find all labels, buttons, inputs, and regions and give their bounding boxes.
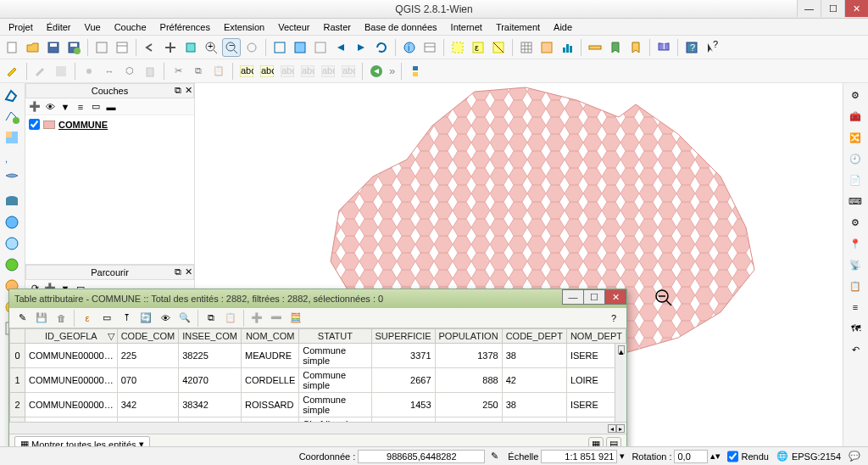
- unselect-icon[interactable]: ▭: [97, 309, 116, 328]
- attributes-icon[interactable]: [420, 38, 439, 57]
- zoom-in-icon[interactable]: +: [202, 38, 220, 57]
- crs-icon[interactable]: 🌐: [776, 450, 789, 463]
- composer-icon[interactable]: [113, 38, 131, 57]
- new-project-icon[interactable]: [3, 38, 22, 57]
- whatsthis-icon[interactable]: ?: [703, 38, 721, 57]
- layer-order-icon[interactable]: ≡: [846, 298, 865, 317]
- commander-icon[interactable]: ⌨: [846, 192, 865, 210]
- table-row[interactable]: 0 COMMUNE00000…22538225 MEAUDRECommune s…: [10, 344, 626, 368]
- menu-aide[interactable]: Aide: [550, 21, 576, 33]
- annotation-icon[interactable]: T: [654, 38, 673, 57]
- layer-item[interactable]: COMMUNE: [29, 119, 191, 130]
- new-column-icon[interactable]: ➕: [248, 309, 266, 328]
- bookmark-icon[interactable]: [606, 38, 625, 57]
- menu-extension[interactable]: Extension: [220, 21, 268, 33]
- render-checkbox[interactable]: [727, 450, 738, 463]
- open-project-icon[interactable]: [24, 38, 42, 57]
- refresh-icon[interactable]: [372, 38, 391, 57]
- epsg-label[interactable]: EPSG:2154: [792, 451, 841, 462]
- collapse-icon[interactable]: ▭: [89, 100, 103, 114]
- vector-layer-icon[interactable]: [3, 86, 21, 104]
- menu-projet[interactable]: Projet: [5, 21, 36, 33]
- wcs-icon[interactable]: [3, 234, 21, 253]
- paste-icon[interactable]: 📋: [209, 62, 228, 81]
- col-header[interactable]: CODE_COM: [117, 329, 179, 344]
- field-calc-icon[interactable]: [537, 38, 556, 57]
- bookmark-new-icon[interactable]: [626, 38, 645, 57]
- vertical-scrollbar[interactable]: ▴: [615, 344, 626, 422]
- field-calc2-icon[interactable]: 🧮: [287, 309, 305, 328]
- pencil-icon[interactable]: ✎: [13, 309, 31, 328]
- raster-layer-icon[interactable]: [3, 128, 21, 147]
- maximize-button[interactable]: ☐: [821, 0, 844, 17]
- attribute-grid[interactable]: ID_GEOFLA ▽ CODE_COM INSEE_COM NOM_COM S…: [9, 328, 626, 422]
- col-header[interactable]: CODE_DEPT: [502, 329, 566, 344]
- col-header[interactable]: NOM_DEPT: [566, 329, 626, 344]
- messages-icon[interactable]: 💬: [848, 450, 861, 463]
- menu-couche[interactable]: Couche: [111, 21, 150, 33]
- model-icon[interactable]: 🔀: [846, 128, 865, 147]
- dialog-help-icon[interactable]: ?: [604, 309, 623, 328]
- plugin-green-icon[interactable]: [367, 62, 386, 81]
- overview-icon[interactable]: 🗺: [846, 319, 865, 338]
- coord-toggle-icon[interactable]: ✎: [487, 450, 501, 463]
- chevron-down-icon[interactable]: ▾: [620, 451, 625, 462]
- select-rect-icon[interactable]: [448, 38, 467, 57]
- scale-input[interactable]: [541, 450, 617, 463]
- zoom-next-icon[interactable]: [352, 38, 370, 57]
- delete-selected-icon[interactable]: 🗑: [52, 309, 70, 328]
- dialog-minimize-button[interactable]: —: [562, 289, 584, 305]
- vector-add-icon[interactable]: [3, 107, 21, 126]
- menu-internet[interactable]: Internet: [448, 21, 486, 33]
- deselect-icon[interactable]: [489, 38, 508, 57]
- wms-icon[interactable]: [3, 213, 21, 232]
- close-button[interactable]: ✕: [844, 0, 868, 17]
- label-abc3-icon[interactable]: abc: [278, 62, 297, 81]
- minimize-button[interactable]: —: [797, 0, 821, 17]
- expand-icon[interactable]: ≡: [74, 100, 87, 114]
- add-feature-icon[interactable]: [80, 62, 98, 81]
- col-header[interactable]: NOM_COM: [242, 329, 299, 344]
- menu-vue[interactable]: Vue: [81, 21, 104, 33]
- select-expr-icon[interactable]: ε: [469, 38, 487, 57]
- del-column-icon[interactable]: ➖: [267, 309, 286, 328]
- dialog-maximize-button[interactable]: ☐: [583, 289, 605, 305]
- edits-icon[interactable]: [3, 62, 22, 81]
- help-icon[interactable]: ?: [682, 38, 701, 57]
- more-icon[interactable]: »: [387, 64, 397, 77]
- cut-icon[interactable]: ✂: [169, 62, 187, 81]
- remove-icon[interactable]: ▬: [104, 100, 118, 114]
- undo-icon[interactable]: [141, 38, 159, 57]
- table-row[interactable]: 1 COMMUNE00000…07042070 CORDELLECommune …: [10, 368, 626, 393]
- paste-rows-icon[interactable]: 📋: [221, 309, 240, 328]
- layer-checkbox[interactable]: [29, 119, 40, 130]
- filter-icon[interactable]: ▼: [58, 100, 72, 114]
- col-header[interactable]: SUPERFICIE: [371, 329, 435, 344]
- node-tool-icon[interactable]: ⬡: [120, 62, 139, 81]
- dialog-close-button[interactable]: ✕: [604, 289, 626, 305]
- pan-icon[interactable]: [161, 38, 180, 57]
- menu-bdd[interactable]: Base de données: [361, 21, 441, 33]
- copy-icon[interactable]: ⧉: [189, 62, 208, 81]
- invert-sel-icon[interactable]: 🔄: [136, 309, 155, 328]
- label-abc6-icon[interactable]: abc: [339, 62, 358, 81]
- select-expr-icon[interactable]: ε: [78, 309, 97, 328]
- python-icon[interactable]: [406, 62, 425, 81]
- toolbox-icon[interactable]: 🧰: [846, 107, 865, 126]
- zoom-selection-icon[interactable]: [291, 38, 309, 57]
- pin-icon[interactable]: ⧉: [175, 85, 181, 96]
- copy-rows-icon[interactable]: ⧉: [202, 309, 220, 328]
- options-icon[interactable]: ⚙: [846, 213, 865, 232]
- col-header[interactable]: STATUT: [299, 329, 371, 344]
- label-abc4-icon[interactable]: abc: [298, 62, 317, 81]
- save-edits-icon[interactable]: 💾: [32, 309, 51, 328]
- menu-editer[interactable]: Éditer: [43, 21, 75, 33]
- close-icon[interactable]: ✕: [185, 85, 192, 96]
- table-row[interactable]: 2 COMMUNE00000…34238342 ROISSARDCommune …: [10, 393, 626, 417]
- label-abc2-icon[interactable]: abc: [258, 62, 276, 81]
- save-edits-icon[interactable]: [52, 62, 70, 81]
- horizontal-scrollbar[interactable]: ◂ ▸: [9, 422, 626, 434]
- col-header[interactable]: INSEE_COM: [179, 329, 242, 344]
- log-icon[interactable]: 📋: [846, 277, 865, 295]
- layer-new-icon[interactable]: [92, 38, 111, 57]
